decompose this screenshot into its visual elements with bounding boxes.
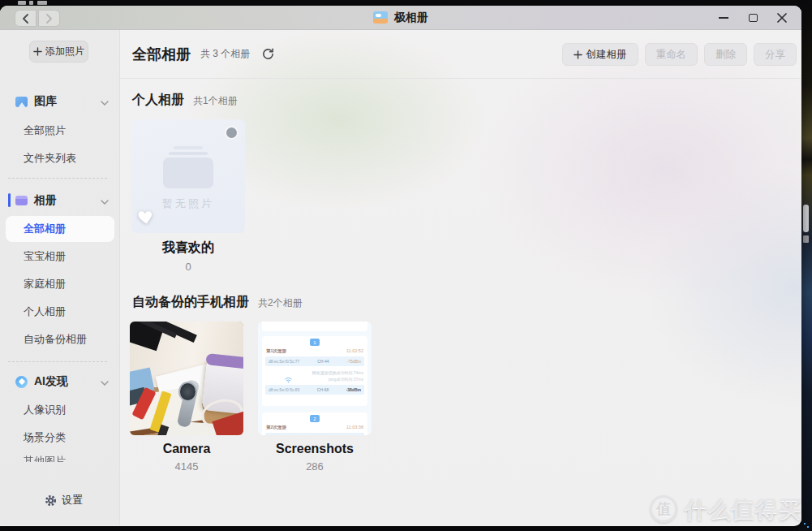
- album-name: Screenshots: [276, 442, 354, 456]
- desktop-scrollbar-button: [803, 235, 809, 243]
- section-count: 共1个相册: [193, 94, 238, 108]
- item-label: 人像识别: [24, 403, 66, 417]
- item-label: 家庭相册: [24, 277, 66, 291]
- sidebar-item-folder-list[interactable]: 文件夹列表: [0, 145, 120, 172]
- select-radio[interactable]: [225, 126, 238, 140]
- albums-label: 相册: [34, 193, 57, 208]
- delete-label: 删除: [715, 48, 736, 62]
- divider: [8, 361, 107, 362]
- nav-buttons: [15, 10, 60, 27]
- item-label: 个人相册: [24, 304, 66, 319]
- close-button[interactable]: [775, 11, 788, 24]
- thumb-row: d8:ec:5e:f0:5c:77 CH-44 -75dBm: [265, 356, 364, 366]
- album-favorites: 暂无照片 我喜欢的 0: [131, 119, 245, 273]
- album-count: 0: [185, 261, 191, 273]
- sidebar-item-baby-album[interactable]: 宝宝相册: [0, 243, 120, 270]
- album-count: 286: [306, 460, 324, 473]
- share-button[interactable]: 分享: [754, 43, 797, 66]
- gallery-label: 图库: [34, 94, 57, 109]
- gear-icon: [45, 494, 57, 507]
- ai-discovery-icon: [15, 376, 28, 388]
- item-label: 全部相册: [24, 222, 66, 236]
- sidebar-item-all-albums[interactable]: 全部相册: [6, 216, 114, 242]
- favorites-album-cover[interactable]: 暂无照片: [131, 119, 245, 233]
- ai-label: AI发现: [34, 374, 68, 389]
- watermark-text: 什么值得买: [685, 494, 802, 524]
- main-panel: 全部相册 共 3 个相册 创建相册 重命名 删除 分享: [120, 30, 801, 525]
- page-count: 共 3 个相册: [200, 47, 250, 61]
- item-label: 自动备份相册: [24, 332, 87, 347]
- thumb-time: 11:03:38: [346, 425, 363, 430]
- section-title: 个人相册: [132, 92, 184, 109]
- sidebar-item-personal-album[interactable]: 个人相册: [0, 298, 120, 326]
- heart-icon: [137, 208, 156, 228]
- camera-album-cover[interactable]: [130, 322, 243, 435]
- chevron-left-icon: [22, 14, 29, 24]
- thumb-card: [262, 322, 367, 331]
- badge: 2: [310, 415, 320, 422]
- thumb-card-roam2: 2 第2次漫游 11:03:38 d8:ec:5e:f0:5c:83 CH-68…: [262, 412, 367, 435]
- main-header: 全部相册 共 3 个相册 创建相册 重命名 删除 分享: [120, 30, 801, 79]
- item-label: 文件夹列表: [24, 151, 76, 166]
- app-icon: [373, 11, 388, 24]
- thumb-row: d8:ec:5e:f0:5c:83 CH-68 -74dBm: [265, 433, 364, 435]
- share-label: 分享: [765, 48, 785, 62]
- minimize-button[interactable]: [717, 11, 730, 24]
- chevron-down-icon[interactable]: [101, 95, 109, 108]
- section-title: 自动备份的手机相册: [132, 294, 249, 311]
- app-window: 极相册 添加照片 图库 全部照片 文件夹列表: [0, 6, 801, 526]
- thumb-card-roam1: 1 第1次漫游 11:02:52 d8:ec:5e:f0:5c:77 CH-44…: [262, 336, 367, 406]
- albums-scroll-area: 个人相册 共1个相册 暂无照片 我喜欢的 0: [120, 79, 801, 525]
- sidebar-item-auto-backup-album[interactable]: 自动备份相册: [0, 326, 120, 353]
- item-label: 全部照片: [24, 123, 66, 138]
- background-window-fragment: [29, 1, 33, 5]
- album-icon: [15, 196, 28, 205]
- refresh-button[interactable]: [261, 47, 275, 61]
- sidebar-item-family-album[interactable]: 家庭相册: [0, 270, 120, 298]
- forward-button[interactable]: [38, 10, 60, 27]
- add-photos-label: 添加照片: [45, 45, 84, 58]
- item-label: 场景分类: [24, 430, 66, 445]
- sidebar-section-albums[interactable]: 相册: [0, 187, 120, 214]
- thumb-title: 第1次漫游: [266, 348, 286, 354]
- album-camera: Camera 4145: [130, 322, 243, 473]
- gallery-icon: [15, 97, 28, 107]
- sidebar-section-gallery[interactable]: 图库: [0, 88, 120, 115]
- desktop-scrollbar: [803, 205, 809, 232]
- background-window-fragment: [37, 1, 47, 5]
- album-screenshots: 1 第1次漫游 11:02:52 d8:ec:5e:f0:5c:77 CH-44…: [258, 322, 372, 473]
- signal: -75dBm: [346, 359, 361, 364]
- create-album-button[interactable]: 创建相册: [562, 43, 638, 66]
- photo-shape: [178, 382, 197, 402]
- sidebar: 添加照片 图库 全部照片 文件夹列表 相册 全部相册 宝宝相册 家庭相册 个人相…: [0, 30, 120, 525]
- album-count: 4145: [175, 460, 199, 473]
- sidebar-item-clipped[interactable]: 其他图片: [0, 455, 120, 462]
- sidebar-item-face-recognition[interactable]: 人像识别: [0, 396, 120, 424]
- add-photos-button[interactable]: 添加照片: [29, 41, 88, 63]
- album-name: Camera: [163, 442, 211, 456]
- thumb-info-line: ping成功时间 37ms: [311, 376, 363, 382]
- section-count: 共2个相册: [258, 296, 303, 310]
- chevron-down-icon[interactable]: [101, 194, 109, 207]
- maximize-button[interactable]: [746, 11, 759, 24]
- photo-stack-shape: [169, 152, 208, 155]
- close-icon: [777, 13, 787, 23]
- back-button[interactable]: [15, 10, 37, 27]
- app-title-text: 极相册: [394, 11, 428, 25]
- window-title: 极相册: [373, 11, 428, 25]
- rename-button[interactable]: 重命名: [645, 43, 698, 66]
- divider: [8, 178, 107, 179]
- corner-dots-decoration: [803, 522, 810, 529]
- mac-address: d8:ec:5e:f0:5c:83: [269, 387, 299, 392]
- album-name: 我喜欢的: [162, 240, 214, 257]
- sidebar-item-all-photos[interactable]: 全部照片: [0, 117, 120, 145]
- screenshots-album-cover[interactable]: 1 第1次漫游 11:02:52 d8:ec:5e:f0:5c:77 CH-44…: [258, 322, 372, 435]
- rename-label: 重命名: [656, 48, 687, 62]
- sidebar-section-ai-discovery[interactable]: AI发现: [0, 368, 120, 395]
- chevron-down-icon[interactable]: [101, 375, 109, 388]
- sidebar-item-scene-classification[interactable]: 场景分类: [0, 424, 120, 451]
- page-title: 全部相册: [132, 45, 191, 64]
- settings-button[interactable]: 设置: [45, 491, 83, 509]
- delete-button[interactable]: 删除: [704, 43, 747, 66]
- watermark: 值 什么值得买: [650, 494, 802, 524]
